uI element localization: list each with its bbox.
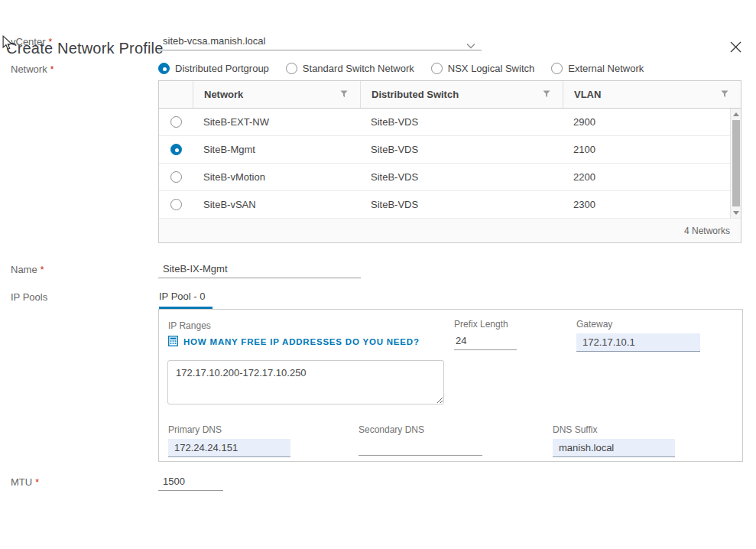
required-marker: * <box>41 265 44 275</box>
prefix-length-group: Prefix Length <box>454 319 517 350</box>
free-ip-calculator-link[interactable]: HOW MANY FREE IP ADDRESSES DO YOU NEED? <box>168 336 420 348</box>
secondary-dns-input[interactable] <box>359 439 482 456</box>
radio-distributed-portgroup[interactable]: Distributed Portgroup <box>158 63 269 74</box>
required-marker: * <box>35 477 39 488</box>
filter-icon[interactable] <box>543 89 550 100</box>
mtu-row: MTU* <box>0 474 756 491</box>
mtu-label: MTU* <box>0 474 158 488</box>
row-radio-selected[interactable] <box>170 144 182 155</box>
mouse-cursor-icon <box>2 35 14 54</box>
cell-network: SiteB-Mgmt <box>193 144 360 155</box>
tab-ip-pool-0[interactable]: IP Pool - 0 <box>159 289 213 309</box>
row-radio[interactable] <box>170 199 182 210</box>
cell-network: SiteB-vSAN <box>193 199 360 210</box>
ip-pools-label: IP Pools <box>0 289 158 303</box>
ip-ranges-textarea[interactable]: 172.17.10.200-172.17.10.250 <box>167 360 444 404</box>
prefix-length-input[interactable] <box>454 333 517 350</box>
gateway-input[interactable] <box>576 333 700 352</box>
name-row: Name* <box>0 262 756 278</box>
table-row-siteb-vsan[interactable]: SiteB-vSAN SiteB-VDS 2300 <box>159 191 741 219</box>
vcenter-select-value[interactable] <box>158 34 482 50</box>
scrollbar-thumb[interactable] <box>732 120 740 206</box>
network-table: Network Distributed Switch VLAN <box>158 80 741 243</box>
cell-network: SiteB-vMotion <box>193 171 360 183</box>
ip-pools-row: IP Pools IP Pool - 0 IP Ranges <box>0 289 756 462</box>
radio-nsx-logical-switch[interactable]: NSX Logical Switch <box>431 63 534 74</box>
dns-suffix-input[interactable] <box>553 439 675 457</box>
cell-vlan: 2300 <box>563 199 741 210</box>
secondary-dns-group: Secondary DNS <box>359 424 482 456</box>
cell-vlan: 2200 <box>563 171 741 183</box>
radio-standard-switch-network[interactable]: Standard Switch Network <box>286 63 414 74</box>
network-table-body: SiteB-EXT-NW SiteB-VDS 2900 SiteB-Mgmt S… <box>159 109 741 219</box>
table-row-siteb-ext-nw[interactable]: SiteB-EXT-NW SiteB-VDS 2900 <box>159 109 741 136</box>
required-marker: * <box>50 64 54 75</box>
dns-suffix-group: DNS Suffix <box>553 424 675 457</box>
gateway-group: Gateway <box>576 319 700 352</box>
table-row-siteb-mgmt[interactable]: SiteB-Mgmt SiteB-VDS 2100 <box>159 136 741 164</box>
create-network-profile-dialog: Create Network Profile vCenter* Network* <box>0 34 756 549</box>
ip-pool-panel: IP Ranges HO <box>158 309 743 462</box>
cell-switch: SiteB-VDS <box>360 144 563 155</box>
secondary-dns-label: Secondary DNS <box>359 424 482 435</box>
scroll-down-icon[interactable] <box>731 207 741 218</box>
cell-switch: SiteB-VDS <box>360 116 563 128</box>
column-header-distributed-switch: Distributed Switch <box>360 81 563 108</box>
filter-icon[interactable] <box>340 89 348 100</box>
cell-vlan: 2100 <box>563 144 741 155</box>
mtu-input[interactable] <box>158 474 223 491</box>
network-table-footer: 4 Networks <box>159 219 741 242</box>
radio-unselected-icon <box>431 63 443 74</box>
name-input[interactable] <box>158 262 361 278</box>
column-header-network: Network <box>193 81 360 108</box>
network-count: 4 Networks <box>684 226 730 236</box>
radio-unselected-icon <box>551 63 563 74</box>
cell-switch: SiteB-VDS <box>360 171 563 183</box>
radio-external-network[interactable]: External Network <box>551 63 644 74</box>
vcenter-select[interactable] <box>158 34 482 50</box>
row-radio[interactable] <box>170 171 182 183</box>
scroll-up-icon[interactable] <box>731 109 741 119</box>
gateway-label: Gateway <box>576 319 700 330</box>
network-row: Network* Distributed Portgroup Standard … <box>0 61 756 243</box>
network-label: Network* <box>0 61 158 75</box>
name-label: Name* <box>0 262 158 275</box>
cell-vlan: 2900 <box>563 116 741 128</box>
radio-unselected-icon <box>286 63 297 74</box>
calculator-icon <box>168 336 178 348</box>
close-icon[interactable] <box>727 38 744 55</box>
table-scrollbar[interactable] <box>730 109 741 218</box>
filter-icon[interactable] <box>721 89 728 100</box>
ip-ranges-label: IP Ranges <box>168 320 211 331</box>
dns-suffix-label: DNS Suffix <box>553 424 675 435</box>
network-type-radio-group: Distributed Portgroup Standard Switch Ne… <box>158 61 741 74</box>
network-table-header: Network Distributed Switch VLAN <box>159 81 741 109</box>
column-header-vlan: VLAN <box>563 81 741 108</box>
primary-dns-input[interactable] <box>168 439 290 457</box>
cell-network: SiteB-EXT-NW <box>193 116 360 128</box>
cell-switch: SiteB-VDS <box>360 199 563 210</box>
table-row-siteb-vmotion[interactable]: SiteB-vMotion SiteB-VDS 2200 <box>159 164 741 191</box>
row-radio[interactable] <box>170 116 182 128</box>
dialog-title: Create Network Profile <box>6 40 164 57</box>
primary-dns-group: Primary DNS <box>168 424 290 457</box>
prefix-length-label: Prefix Length <box>454 319 517 330</box>
radio-selected-icon <box>158 63 170 74</box>
primary-dns-label: Primary DNS <box>168 424 290 435</box>
